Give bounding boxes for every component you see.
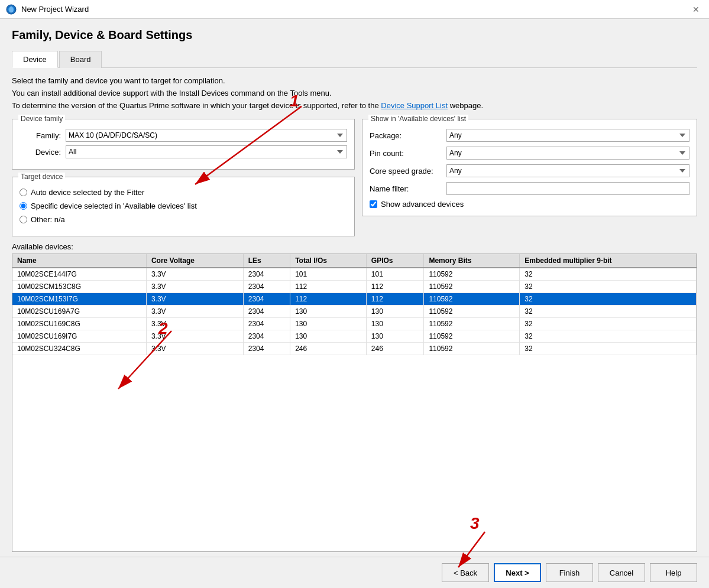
table-cell: 130 <box>290 306 367 318</box>
show-in-list-group: Show in 'Available devices' list Package… <box>362 119 697 216</box>
target-device-group: Target device Auto device selected by th… <box>12 177 355 236</box>
table-cell: 32 <box>520 281 697 293</box>
table-cell: 3.3V <box>146 281 243 293</box>
table-cell: 101 <box>290 268 367 281</box>
col-header-memory-bits[interactable]: Memory Bits <box>424 254 520 268</box>
table-cell: 3.3V <box>146 293 243 306</box>
pin-count-row: Pin count: Any <box>370 147 689 160</box>
target-auto-radio[interactable] <box>20 189 27 196</box>
target-option-other: Other: n/a <box>20 215 347 224</box>
description-line2: You can install additional device suppor… <box>12 87 697 100</box>
description-box: Select the family and device you want to… <box>12 75 697 112</box>
col-header-gpios[interactable]: GPIOs <box>366 254 424 268</box>
target-other-radio[interactable] <box>20 216 27 223</box>
pin-count-label: Pin count: <box>370 149 446 158</box>
table-cell: 10M02SCM153C8G <box>12 281 146 293</box>
speed-grade-row: Core speed grade: Any <box>370 164 689 177</box>
table-cell: 10M02SCM153I7G <box>12 293 146 306</box>
table-cell: 130 <box>366 306 424 318</box>
title-bar: New Project Wizard ✕ <box>0 0 709 19</box>
help-button[interactable]: Help <box>650 563 697 582</box>
button-bar: < Back Next > Finish Cancel Help <box>0 557 709 588</box>
device-row: Device: All <box>20 145 347 158</box>
app-icon <box>6 4 17 15</box>
table-cell: 2304 <box>243 281 290 293</box>
table-cell: 10M02SCE144I7G <box>12 268 146 281</box>
col-header-voltage[interactable]: Core Voltage <box>146 254 243 268</box>
table-cell: 32 <box>520 293 697 306</box>
table-cell: 3.3V <box>146 268 243 281</box>
left-panel: Device family Family: MAX 10 (DA/DF/DC/S… <box>12 119 355 236</box>
package-row: Package: Any <box>370 129 689 142</box>
table-cell: 110592 <box>424 306 520 318</box>
right-panel: Show in 'Available devices' list Package… <box>362 119 697 236</box>
name-filter-row: Name filter: <box>370 182 689 195</box>
available-devices-section: Available devices: Name Core Voltage LEs… <box>12 242 697 552</box>
table-cell: 130 <box>366 330 424 343</box>
main-panels: Device family Family: MAX 10 (DA/DF/DC/S… <box>12 119 697 236</box>
table-cell: 112 <box>366 281 424 293</box>
devices-table-wrapper[interactable]: Name Core Voltage LEs Total I/Os GPIOs M… <box>12 254 697 552</box>
table-cell: 2304 <box>243 330 290 343</box>
description-line1: Select the family and device you want to… <box>12 75 697 87</box>
table-cell: 32 <box>520 306 697 318</box>
table-cell: 32 <box>520 330 697 343</box>
content-area: Family, Device & Board Settings Device B… <box>0 19 709 557</box>
table-cell: 101 <box>366 268 424 281</box>
table-cell: 2304 <box>243 318 290 330</box>
table-row[interactable]: 10M02SCU169I7G3.3V230413013011059232 <box>12 330 697 343</box>
col-header-les[interactable]: LEs <box>243 254 290 268</box>
pin-count-select[interactable]: Any <box>446 147 689 160</box>
show-in-list-label: Show in 'Available devices' list <box>368 115 468 123</box>
device-select[interactable]: All <box>66 145 347 158</box>
table-cell: 112 <box>366 293 424 306</box>
family-label: Family: <box>20 131 61 140</box>
table-cell: 3.3V <box>146 330 243 343</box>
tab-bar: Device Board <box>12 50 697 68</box>
show-advanced-checkbox[interactable] <box>370 200 377 208</box>
finish-button[interactable]: Finish <box>546 563 593 582</box>
table-cell: 110592 <box>424 281 520 293</box>
table-row[interactable]: 10M02SCE144I7G3.3V230410110111059232 <box>12 268 697 281</box>
family-select[interactable]: MAX 10 (DA/DF/DC/SA/SC) Cyclone V Cyclon… <box>66 129 347 142</box>
device-support-link[interactable]: Device Support List <box>381 101 448 110</box>
table-cell: 32 <box>520 268 697 281</box>
family-row: Family: MAX 10 (DA/DF/DC/SA/SC) Cyclone … <box>20 129 347 142</box>
available-devices-label: Available devices: <box>12 242 697 251</box>
name-filter-label: Name filter: <box>370 184 446 193</box>
target-option-specific: Specific device selected in 'Available d… <box>20 202 347 210</box>
col-header-emb-mult[interactable]: Embedded multiplier 9-bit <box>520 254 697 268</box>
tab-board[interactable]: Board <box>59 51 102 68</box>
package-select[interactable]: Any <box>446 129 689 142</box>
window-title: New Project Wizard <box>21 5 689 14</box>
cancel-button[interactable]: Cancel <box>598 563 645 582</box>
tab-device[interactable]: Device <box>12 51 58 68</box>
table-cell: 110592 <box>424 330 520 343</box>
close-button[interactable]: ✕ <box>689 4 703 15</box>
col-header-name[interactable]: Name <box>12 254 146 268</box>
table-cell: 112 <box>290 281 367 293</box>
table-cell: 10M02SCU324C8G <box>12 343 146 355</box>
show-advanced-row: Show advanced devices <box>370 200 689 209</box>
table-row[interactable]: 10M02SCM153I7G3.3V230411211211059232 <box>12 293 697 306</box>
speed-grade-label: Core speed grade: <box>370 167 446 176</box>
next-button[interactable]: Next > <box>494 563 541 582</box>
table-cell: 110592 <box>424 293 520 306</box>
window: New Project Wizard ✕ Family, Device & Bo… <box>0 0 709 588</box>
table-row[interactable]: 10M02SCU324C8G3.3V230424624611059232 <box>12 343 697 355</box>
table-cell: 110592 <box>424 268 520 281</box>
table-cell: 32 <box>520 318 697 330</box>
table-row[interactable]: 10M02SCM153C8G3.3V230411211211059232 <box>12 281 697 293</box>
target-specific-radio[interactable] <box>20 202 27 210</box>
table-cell: 3.3V <box>146 343 243 355</box>
table-cell: 3.3V <box>146 306 243 318</box>
table-cell: 130 <box>290 318 367 330</box>
table-row[interactable]: 10M02SCU169A7G3.3V230413013011059232 <box>12 306 697 318</box>
table-row[interactable]: 10M02SCU169C8G3.3V230413013011059232 <box>12 318 697 330</box>
name-filter-input[interactable] <box>446 182 689 195</box>
speed-grade-select[interactable]: Any <box>446 164 689 177</box>
table-cell: 10M02SCU169I7G <box>12 330 146 343</box>
col-header-total-ios[interactable]: Total I/Os <box>290 254 367 268</box>
back-button[interactable]: < Back <box>442 563 489 582</box>
table-cell: 10M02SCU169C8G <box>12 318 146 330</box>
